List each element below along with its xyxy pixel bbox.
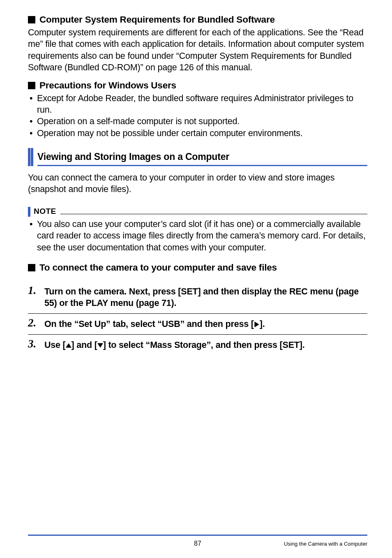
paragraph: You can connect the camera to your compu…	[28, 172, 367, 195]
heading-text: To connect the camera to your computer a…	[39, 262, 277, 273]
heading-to-connect: To connect the camera to your computer a…	[28, 262, 367, 273]
list-item: Operation on a self-made computer is not…	[28, 116, 367, 127]
note-heading: NOTE	[28, 207, 367, 217]
section-heading-viewing-storing: Viewing and Storing Images on a Computer	[28, 148, 367, 166]
step-1: 1. Turn on the camera. Next, press [SET]…	[28, 281, 367, 313]
square-bullet-icon	[28, 16, 35, 23]
step-list: 1. Turn on the camera. Next, press [SET]…	[28, 281, 367, 356]
section-bar-icon	[31, 148, 33, 166]
svg-marker-2	[97, 343, 103, 347]
step-text: Use [	[44, 340, 66, 350]
section-title: Viewing and Storing Images on a Computer	[37, 151, 367, 162]
page-footer: 87 Using the Camera with a Computer	[28, 535, 367, 547]
square-bullet-icon	[28, 82, 35, 89]
step-number: 1.	[28, 285, 44, 309]
step-text: ] and [	[71, 340, 97, 350]
step-body: Use [] and [] to select “Mass Storage”, …	[44, 338, 304, 351]
step-number: 3.	[28, 338, 44, 351]
footer-rule	[28, 535, 367, 536]
note-label: NOTE	[34, 207, 60, 217]
heading-text: Computer System Requirements for Bundled…	[39, 14, 275, 25]
step-3: 3. Use [] and [] to select “Mass Storage…	[28, 334, 367, 355]
step-text: On the “Set Up” tab, select “USB” and th…	[44, 319, 254, 329]
section-underline	[37, 165, 367, 166]
section-bar-icon	[28, 148, 30, 166]
step-text: ].	[260, 319, 265, 329]
step-number: 2.	[28, 317, 44, 330]
step-text: ] to select “Mass Storage”, and then pre…	[103, 340, 305, 350]
square-bullet-icon	[28, 264, 35, 271]
list-item: You also can use your computer’s card sl…	[28, 218, 367, 253]
heading-computer-system-requirements: Computer System Requirements for Bundled…	[28, 14, 367, 25]
footer-caption: Using the Camera with a Computer	[284, 541, 367, 547]
heading-precautions: Precautions for Windows Users	[28, 80, 367, 91]
triangle-up-icon	[66, 340, 71, 351]
svg-marker-1	[66, 343, 71, 347]
page: Computer System Requirements for Bundled…	[0, 0, 392, 558]
paragraph: Computer system requirements are differe…	[28, 27, 367, 74]
bullet-list: Except for Adobe Reader, the bundled sof…	[28, 93, 367, 139]
triangle-right-icon	[254, 319, 260, 330]
note-bar-icon	[28, 207, 30, 217]
step-2: 2. On the “Set Up” tab, select “USB” and…	[28, 313, 367, 334]
heading-text: Precautions for Windows Users	[39, 80, 176, 91]
triangle-down-icon	[97, 340, 103, 351]
note-rule	[60, 214, 367, 214]
step-body: On the “Set Up” tab, select “USB” and th…	[44, 317, 265, 330]
svg-marker-0	[254, 322, 259, 327]
note-list: You also can use your computer’s card sl…	[28, 218, 367, 253]
list-item: Except for Adobe Reader, the bundled sof…	[28, 93, 367, 116]
step-body: Turn on the camera. Next, press [SET] an…	[44, 285, 367, 309]
page-number: 87	[194, 540, 201, 547]
list-item: Operation may not be possible under cert…	[28, 127, 367, 139]
